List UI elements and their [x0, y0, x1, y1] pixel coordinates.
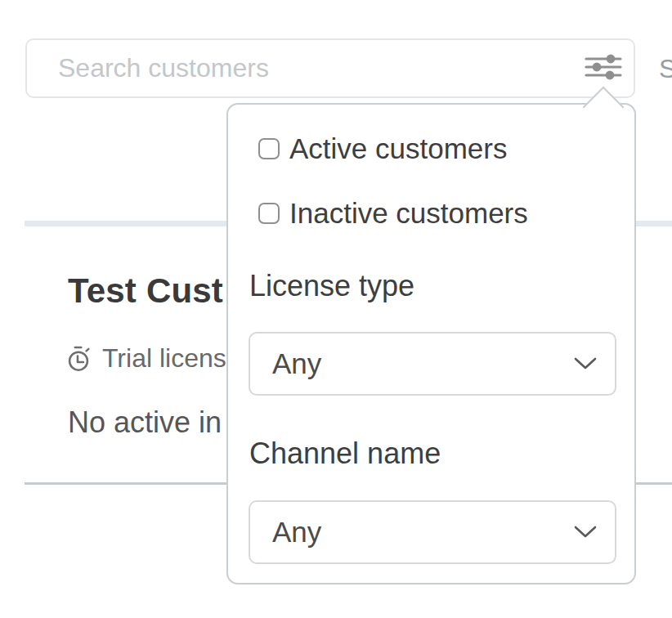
channel-name-select[interactable]: Any — [249, 500, 616, 564]
customer-status-text: No active in — [68, 405, 222, 440]
active-customers-label: Active customers — [289, 132, 507, 165]
chevron-down-icon — [574, 526, 597, 539]
license-type-select[interactable]: Any — [249, 332, 616, 396]
filter-button[interactable] — [576, 47, 630, 89]
active-customers-option[interactable]: Active customers — [258, 132, 507, 165]
sliders-icon — [585, 53, 622, 83]
license-type-label: License type — [249, 269, 414, 303]
license-badge-label: Trial license — [102, 343, 241, 374]
channel-name-label: Channel name — [249, 437, 441, 471]
filter-popover: Active customers Inactive customers Lice… — [226, 103, 636, 584]
license-type-value: Any — [272, 347, 574, 380]
inactive-customers-checkbox[interactable] — [258, 203, 280, 224]
customers-page: S Test Cust Trial license No active in A… — [0, 0, 672, 618]
license-badge: Trial license — [64, 343, 241, 374]
channel-name-value: Any — [272, 516, 574, 549]
customer-title: Test Cust — [68, 271, 223, 311]
clipped-right-text: S — [659, 54, 672, 84]
search-input[interactable] — [25, 38, 635, 98]
chevron-down-icon — [574, 357, 597, 370]
active-customers-checkbox[interactable] — [258, 138, 280, 159]
stopwatch-icon — [64, 344, 93, 374]
inactive-customers-label: Inactive customers — [289, 197, 528, 230]
inactive-customers-option[interactable]: Inactive customers — [258, 197, 528, 230]
